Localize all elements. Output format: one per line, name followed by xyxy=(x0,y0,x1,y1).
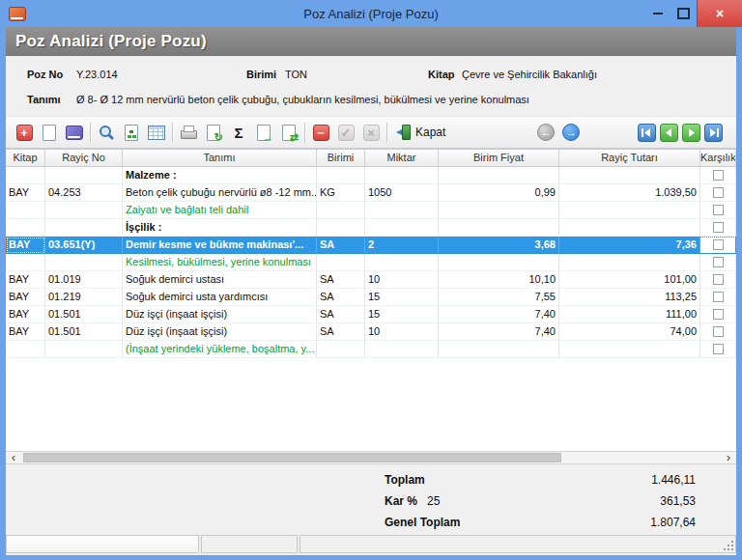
cell-karsilik xyxy=(700,184,736,202)
cell-karsilik xyxy=(700,271,736,289)
karsilik-checkbox[interactable] xyxy=(713,309,724,320)
cell-karsilik xyxy=(700,219,736,237)
table-row[interactable]: BAY 01.501 Düz işçi (inşaat işçisi) SA 1… xyxy=(6,323,736,341)
close-icon: × xyxy=(716,7,724,20)
table-row[interactable]: BAY 04.253 Beton çelik çubuğu nervürlü ø… xyxy=(6,184,736,202)
karsilik-checkbox[interactable] xyxy=(713,205,724,215)
cell-kitap xyxy=(6,167,45,184)
sum-button[interactable]: Σ xyxy=(226,120,251,145)
book-button[interactable] xyxy=(62,120,87,145)
table-row[interactable]: BAY 01.501 Düz işçi (inşaat işçisi) SA 1… xyxy=(6,306,736,323)
karsilik-checkbox[interactable] xyxy=(713,292,724,302)
window-content: Poz Analizi (Proje Pozu) Poz No Y.23.014… xyxy=(6,27,736,554)
maximize-button[interactable] xyxy=(671,0,697,27)
cell-rayic-tutari: 101,00 xyxy=(559,271,700,289)
karsilik-checkbox[interactable] xyxy=(713,344,724,354)
cell-rayic-tutari xyxy=(559,202,700,219)
col-header-miktar[interactable]: Miktar xyxy=(365,150,439,166)
col-header-karsilik[interactable]: Karşılık xyxy=(700,150,736,166)
transfer-icon: ⇄ xyxy=(282,125,296,141)
col-header-birim-fiyat[interactable]: Birim Fiyat xyxy=(439,150,559,166)
cell-karsilik xyxy=(700,254,736,271)
cell-karsilik xyxy=(700,306,736,323)
cell-miktar xyxy=(365,167,439,184)
search-button[interactable] xyxy=(94,120,119,145)
cell-miktar: 15 xyxy=(365,289,439,306)
cell-rayic-tutari xyxy=(559,219,700,237)
cell-rayic-no: 04.253 xyxy=(45,184,123,202)
karsilik-checkbox[interactable] xyxy=(713,274,724,285)
table-row[interactable]: Zaiyatı ve bağlatı teli dahil xyxy=(6,202,736,219)
export-button[interactable]: → xyxy=(251,120,276,145)
nav-next-button[interactable] xyxy=(682,124,700,142)
horizontal-scrollbar[interactable]: ‹ › xyxy=(6,451,736,464)
karsilik-checkbox[interactable] xyxy=(713,222,724,233)
cell-tanimi: Malzeme : xyxy=(123,167,317,184)
kapat-button[interactable]: Kapat xyxy=(390,120,451,145)
col-header-tanimi[interactable]: Tanımı xyxy=(123,150,317,166)
nav-first-button[interactable] xyxy=(638,124,656,142)
refresh-icon: ↻ xyxy=(207,125,220,141)
col-header-birimi[interactable]: Birimi xyxy=(317,150,365,166)
refresh-button[interactable]: ↻ xyxy=(201,120,226,145)
col-header-kitap[interactable]: Kitap xyxy=(6,150,45,166)
col-header-rayic-no[interactable]: Rayiç No xyxy=(45,150,123,166)
search-icon xyxy=(98,124,115,141)
cell-miktar: 2 xyxy=(365,237,439,254)
nav-prev-button[interactable] xyxy=(660,124,678,142)
cell-rayic-no xyxy=(45,202,123,219)
cell-birim-fiyat xyxy=(439,219,559,237)
add-button[interactable]: + xyxy=(12,120,37,145)
resize-grip[interactable] xyxy=(731,548,733,550)
table-row[interactable]: Kesilmesi, bükülmesi, yerine konulması xyxy=(6,254,736,271)
table-row[interactable]: İşçilik : xyxy=(6,219,736,237)
cell-karsilik xyxy=(700,237,736,254)
nav-last-button[interactable] xyxy=(704,124,723,142)
cell-birim-fiyat: 7,40 xyxy=(439,323,559,341)
cell-rayic-tutari: 7,36 xyxy=(559,237,700,254)
cell-rayic-no xyxy=(45,219,123,237)
table-row[interactable]: Malzeme : xyxy=(6,167,736,184)
karsilik-checkbox[interactable] xyxy=(713,170,724,181)
table-row[interactable]: BAY 03.651(Y) Demir kesme ve bükme makin… xyxy=(6,237,736,254)
forward-button[interactable]: → xyxy=(558,120,584,145)
titlebar: Poz Analizi (Proje Pozu) × xyxy=(0,0,742,27)
kar-percent-value[interactable]: 25 xyxy=(427,494,440,508)
karsilik-checkbox[interactable] xyxy=(713,187,724,198)
karsilik-checkbox[interactable] xyxy=(713,239,724,250)
print-button[interactable] xyxy=(176,120,201,145)
delete-button[interactable]: − xyxy=(308,120,333,145)
scroll-right-icon[interactable]: › xyxy=(721,452,736,463)
transfer-button[interactable]: ⇄ xyxy=(276,120,301,145)
kar-amount-value: 361,53 xyxy=(660,494,696,508)
nav-last-icon xyxy=(708,128,719,137)
status-panel-1 xyxy=(6,535,199,553)
kapat-label: Kapat xyxy=(415,126,445,139)
maximize-icon xyxy=(677,8,690,19)
table-row[interactable]: (İnşaat yerindeki yükleme, boşaltma, y..… xyxy=(6,341,736,358)
cell-kitap: BAY xyxy=(6,271,45,289)
hierarchy-button[interactable] xyxy=(119,120,144,145)
back-button[interactable]: ← xyxy=(533,120,558,145)
poz-info-panel: Poz No Y.23.014 Birimi TON Kitap Çevre v… xyxy=(6,56,736,116)
scrollbar-thumb[interactable] xyxy=(23,453,561,462)
grid-button[interactable] xyxy=(144,120,169,145)
exit-door-icon xyxy=(396,125,411,140)
confirm-button[interactable]: ✓ xyxy=(333,120,358,145)
table-row[interactable]: BAY 01.019 Soğuk demirci ustası SA 10 10… xyxy=(6,271,736,289)
nav-next-icon xyxy=(686,128,697,137)
scroll-left-icon[interactable]: ‹ xyxy=(6,452,21,463)
cell-tanimi: Zaiyatı ve bağlatı teli dahil xyxy=(123,202,317,219)
karsilik-checkbox[interactable] xyxy=(713,326,724,337)
cancel-button[interactable]: × xyxy=(358,120,384,145)
close-button[interactable]: × xyxy=(697,0,742,27)
minimize-button[interactable] xyxy=(644,0,671,27)
new-document-button[interactable] xyxy=(37,120,62,145)
cell-miktar xyxy=(365,219,439,237)
karsilik-checkbox[interactable] xyxy=(713,257,724,267)
table-row[interactable]: BAY 01.219 Soğuk demirci usta yardımcısı… xyxy=(6,289,736,306)
cell-kitap xyxy=(6,202,45,219)
col-header-rayic-tutari[interactable]: Rayiç Tutarı xyxy=(559,150,700,166)
cell-tanimi: Soğuk demirci ustası xyxy=(123,271,317,289)
cell-karsilik xyxy=(700,289,736,306)
